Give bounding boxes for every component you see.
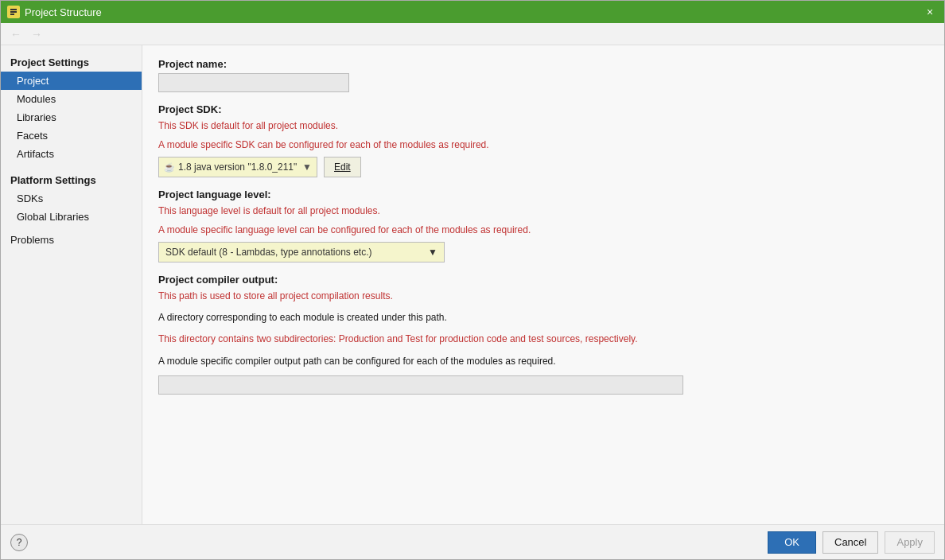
compiler-desc2: A directory corresponding to each module… [158, 310, 928, 325]
apply-button[interactable]: Apply [885, 531, 935, 554]
svg-rect-1 [10, 9, 17, 10]
project-sdk-desc1: This SDK is default for all project modu… [158, 119, 928, 133]
sdk-edit-button[interactable]: Edit [324, 157, 361, 177]
language-level-dropdown[interactable]: SDK default (8 - Lambdas, type annotatio… [158, 242, 445, 262]
sidebar: Project Settings Project Modules Librari… [1, 45, 142, 524]
sidebar-item-modules[interactable]: Modules [1, 90, 142, 108]
project-name-label: Project name: [158, 58, 928, 70]
svg-rect-2 [10, 11, 17, 13]
sidebar-item-libraries[interactable]: Libraries [1, 108, 142, 126]
title-bar-left: Project Structure [7, 6, 102, 18]
language-level-label: Project language level: [158, 189, 928, 200]
lang-dropdown-arrow-icon: ▼ [428, 247, 438, 258]
project-sdk-section: Project SDK: This SDK is default for all… [158, 103, 928, 177]
lang-value: SDK default (8 - Lambdas, type annotatio… [165, 247, 371, 258]
sdk-dropdown-arrow-icon: ▼ [302, 161, 312, 173]
title-text: Project Structure [25, 6, 102, 18]
sidebar-item-global-libraries[interactable]: Global Libraries [1, 208, 142, 226]
close-button[interactable]: × [922, 4, 938, 20]
sdk-row: ☕ 1.8 java version "1.8.0_211" ▼ Edit [158, 157, 928, 177]
main-content: Project Settings Project Modules Librari… [1, 45, 944, 524]
sidebar-item-problems[interactable]: Problems [1, 231, 142, 249]
sidebar-item-sdks[interactable]: SDKs [1, 189, 142, 208]
svg-rect-3 [10, 14, 14, 15]
ok-button[interactable]: OK [768, 531, 816, 554]
compiler-desc3: This directory contains two subdirectori… [158, 332, 928, 347]
footer-left: ? [10, 534, 761, 551]
project-sdk-desc2: A module specific SDK can be configured … [158, 138, 928, 152]
compiler-output-input[interactable] [158, 375, 683, 395]
sdk-dropdown[interactable]: ☕ 1.8 java version "1.8.0_211" ▼ [158, 157, 317, 177]
language-level-section: Project language level: This language le… [158, 189, 928, 262]
sidebar-item-artifacts[interactable]: Artifacts [1, 145, 142, 163]
compiler-desc1: This path is used to store all project c… [158, 289, 928, 304]
footer: ? OK Cancel Apply [1, 524, 944, 559]
forward-button[interactable]: → [28, 25, 45, 43]
project-name-section: Project name: [158, 58, 928, 92]
cancel-button[interactable]: Cancel [822, 531, 878, 554]
sidebar-item-project[interactable]: Project [1, 72, 142, 90]
language-level-desc1: This language level is default for all p… [158, 204, 928, 218]
back-button[interactable]: ← [7, 25, 25, 43]
sidebar-item-facets[interactable]: Facets [1, 126, 142, 145]
title-bar: Project Structure × [1, 1, 944, 23]
sdk-value: 1.8 java version "1.8.0_211" [178, 161, 297, 173]
app-icon [7, 6, 20, 18]
project-structure-dialog: Project Structure × ← → Project Settings… [0, 0, 945, 560]
compiler-desc4: A module specific compiler output path c… [158, 354, 928, 369]
compiler-output-section: Project compiler output: This path is us… [158, 274, 928, 395]
nav-bar: ← → [1, 23, 944, 45]
platform-settings-title: Platform Settings [1, 169, 142, 189]
project-name-input[interactable] [158, 73, 349, 92]
compiler-output-label: Project compiler output: [158, 274, 928, 286]
project-settings-title: Project Settings [1, 52, 142, 72]
language-level-desc2: A module specific language level can be … [158, 223, 928, 237]
sdk-icon: ☕ [164, 162, 175, 173]
content-area: Project name: Project SDK: This SDK is d… [142, 45, 944, 524]
help-button[interactable]: ? [10, 534, 28, 551]
project-sdk-label: Project SDK: [158, 103, 928, 115]
